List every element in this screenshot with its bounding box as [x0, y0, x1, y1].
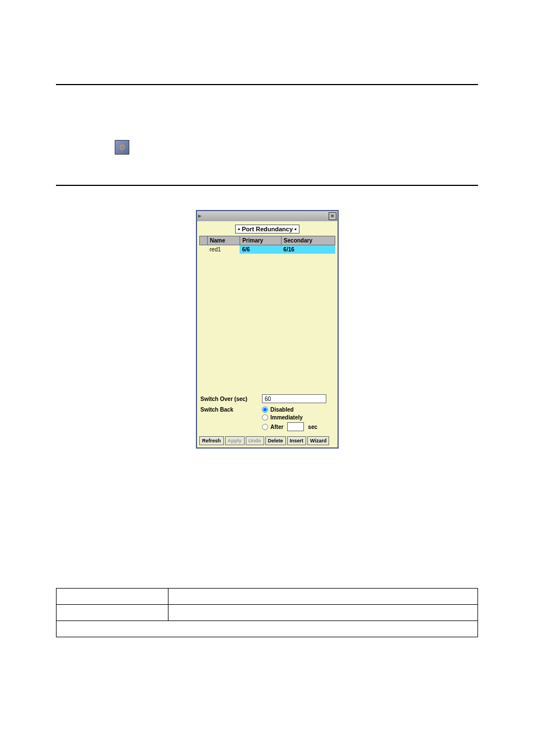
close-icon[interactable]: ✕ — [329, 212, 336, 220]
bottom-cell2 — [168, 605, 478, 621]
port-redundancy-dialog: ▸ ✕ • Port Redundancy • Name Primary Sec… — [196, 210, 339, 449]
bottom-cell-span — [57, 621, 478, 637]
switch-back-group: Disabled Immediately After sec — [262, 407, 317, 431]
col-primary[interactable]: Primary — [240, 236, 281, 245]
delete-button[interactable]: Delete — [265, 436, 286, 445]
bottom-cell1 — [57, 605, 168, 621]
redundancy-table: Name Primary Secondary red1 6/6 6/16 — [199, 236, 335, 254]
insert-button[interactable]: Insert — [287, 436, 307, 445]
col-name[interactable]: Name — [208, 236, 240, 245]
dialog-titlebar: ✕ — [197, 211, 338, 221]
undo-button[interactable]: Undo — [246, 436, 264, 445]
cell-secondary: 6/16 — [281, 245, 335, 254]
bottom-col2 — [168, 589, 478, 605]
bottom-col1 — [57, 589, 168, 605]
switch-back-label: Switch Back — [200, 407, 262, 413]
apply-button[interactable]: Apply — [225, 436, 245, 445]
radio-immediately-label: Immediately — [270, 414, 303, 421]
toggle-icon[interactable]: ▸ — [198, 212, 203, 221]
wizard-button[interactable]: Wizard — [307, 436, 329, 445]
table-row[interactable]: red1 6/6 6/16 — [200, 245, 335, 254]
switch-over-input[interactable] — [262, 394, 326, 403]
refresh-button[interactable]: Refresh — [199, 436, 224, 445]
radio-disabled[interactable] — [262, 407, 268, 413]
dialog-title: • Port Redundancy • — [235, 225, 299, 234]
port-redundancy-icon[interactable] — [115, 140, 129, 155]
bottom-table-container — [56, 588, 478, 637]
cell-primary: 6/6 — [240, 245, 281, 254]
radio-disabled-label: Disabled — [270, 407, 294, 413]
radio-after[interactable] — [262, 424, 268, 430]
after-seconds-input[interactable] — [287, 422, 304, 431]
after-unit-label: sec — [308, 424, 317, 430]
cell-name: red1 — [208, 245, 240, 254]
switch-over-label: Switch Over (sec) — [200, 396, 262, 402]
col-secondary[interactable]: Secondary — [281, 236, 335, 245]
radio-after-label: After — [270, 424, 283, 430]
table-corner — [200, 236, 208, 245]
radio-immediately[interactable] — [262, 414, 268, 421]
